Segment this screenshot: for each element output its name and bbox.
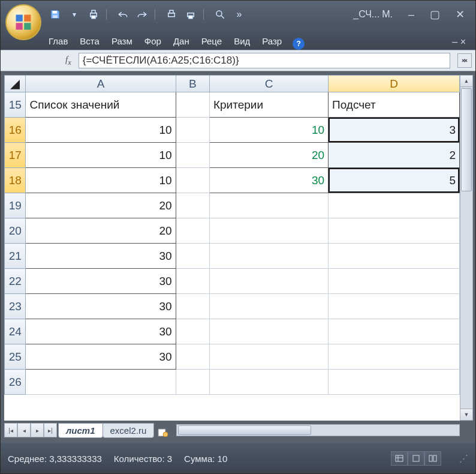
cell-a24[interactable]: 30 xyxy=(26,319,176,344)
row-header[interactable]: 20 xyxy=(5,218,26,244)
col-header-b[interactable]: B xyxy=(176,76,209,92)
row-header[interactable]: 22 xyxy=(5,269,26,294)
row-header[interactable]: 23 xyxy=(5,294,26,319)
cell-c23[interactable] xyxy=(209,294,328,319)
cell-d15[interactable]: Подсчет xyxy=(329,92,460,118)
page-break-view-icon[interactable] xyxy=(424,451,441,466)
grid[interactable]: ◢ A B C D 15Список значенийКритерииПодсч… xyxy=(4,75,460,395)
help-icon[interactable]: ? xyxy=(293,38,305,50)
cell-b21[interactable] xyxy=(176,244,209,269)
cell-a18[interactable]: 10 xyxy=(26,168,176,193)
qat-more-icon[interactable]: » xyxy=(233,8,246,21)
cell-a17[interactable]: 10 xyxy=(26,143,176,168)
cell-a23[interactable]: 30 xyxy=(26,294,176,319)
tab-data[interactable]: Дан xyxy=(168,32,194,50)
col-header-a[interactable]: A xyxy=(26,76,176,92)
tab-formulas[interactable]: Фор xyxy=(140,32,166,50)
tab-review[interactable]: Реце xyxy=(197,32,227,50)
row-header[interactable]: 16 xyxy=(5,118,26,143)
cell-d18[interactable]: 5 xyxy=(329,168,460,193)
cell-b19[interactable] xyxy=(176,193,209,218)
cell-a22[interactable]: 30 xyxy=(26,269,176,294)
maximize-button[interactable]: ▢ xyxy=(424,8,446,21)
cell-b18[interactable] xyxy=(176,168,209,193)
row-header[interactable]: 21 xyxy=(5,244,26,269)
cell-c21[interactable] xyxy=(209,244,328,269)
cell-c24[interactable] xyxy=(209,319,328,344)
row-header[interactable]: 25 xyxy=(5,344,26,370)
scroll-up-icon[interactable]: ▲ xyxy=(460,76,472,87)
cell-d21[interactable] xyxy=(329,244,460,269)
resize-grip-icon[interactable]: ⋰ xyxy=(459,453,468,464)
redo-icon[interactable] xyxy=(135,8,149,21)
cell-d22[interactable] xyxy=(329,269,460,294)
quick-print-icon[interactable] xyxy=(87,8,100,21)
cell-c25[interactable] xyxy=(209,344,328,370)
cell-b17[interactable] xyxy=(176,143,209,168)
cell-a21[interactable]: 30 xyxy=(26,244,176,269)
row-header[interactable]: 18 xyxy=(5,168,26,193)
office-button[interactable] xyxy=(5,4,41,40)
cell-d23[interactable] xyxy=(329,294,460,319)
sheet-tab-1[interactable]: лист1 xyxy=(58,423,103,438)
cell-b20[interactable] xyxy=(176,218,209,244)
cell-a25[interactable]: 30 xyxy=(26,344,176,370)
horizontal-scroll-thumb[interactable] xyxy=(178,425,311,435)
cell-d17[interactable]: 2 xyxy=(329,143,460,168)
first-sheet-icon[interactable]: |◂ xyxy=(4,423,17,437)
cell-b16[interactable] xyxy=(176,118,209,143)
formula-input[interactable]: {=СЧЁТЕСЛИ(A16:A25;C16:C18)} xyxy=(79,53,450,68)
tab-view[interactable]: Вид xyxy=(229,32,255,50)
cell-d25[interactable] xyxy=(329,344,460,370)
cell-b23[interactable] xyxy=(176,294,209,319)
row-header[interactable]: 17 xyxy=(5,143,26,168)
prev-sheet-icon[interactable]: ◂ xyxy=(17,423,31,437)
row-header[interactable]: 15 xyxy=(5,92,26,118)
select-all-corner[interactable]: ◢ xyxy=(5,76,26,92)
find-icon[interactable] xyxy=(213,8,227,21)
cell-a20[interactable]: 20 xyxy=(26,218,176,244)
row-header[interactable]: 19 xyxy=(5,193,26,218)
vertical-scrollbar[interactable]: ▲ ▼ xyxy=(460,75,473,421)
tab-layout[interactable]: Разм xyxy=(107,32,137,50)
save-dropdown-icon[interactable]: ▾ xyxy=(68,8,81,21)
scroll-down-icon[interactable]: ▼ xyxy=(460,409,472,420)
close-button[interactable]: ✕ xyxy=(450,8,471,21)
cell-b24[interactable] xyxy=(176,319,209,344)
cell-a26[interactable] xyxy=(26,370,176,395)
cell-b15[interactable] xyxy=(176,92,209,118)
col-header-c[interactable]: C xyxy=(209,76,328,92)
sheet-tab-2[interactable]: excel2.ru xyxy=(103,423,155,438)
tab-insert[interactable]: Вста xyxy=(75,32,104,50)
scroll-thumb[interactable] xyxy=(461,88,472,191)
cell-c26[interactable] xyxy=(209,370,328,395)
last-sheet-icon[interactable]: ▸| xyxy=(44,423,57,437)
row-header[interactable]: 24 xyxy=(5,319,26,344)
cell-a16[interactable]: 10 xyxy=(26,118,176,143)
cell-c18[interactable]: 30 xyxy=(209,168,328,193)
cell-d20[interactable] xyxy=(329,218,460,244)
cell-c20[interactable] xyxy=(209,218,328,244)
undo-icon[interactable] xyxy=(116,8,129,21)
col-header-d[interactable]: D xyxy=(329,76,460,92)
cell-d26[interactable] xyxy=(329,370,460,395)
cell-c22[interactable] xyxy=(209,269,328,294)
scroll-track[interactable] xyxy=(460,87,472,409)
cell-c15[interactable]: Критерии xyxy=(209,92,328,118)
next-sheet-icon[interactable]: ▸ xyxy=(31,423,44,437)
horizontal-scroll-track[interactable] xyxy=(176,424,460,436)
cell-c16[interactable]: 10 xyxy=(209,118,328,143)
expand-formula-icon[interactable] xyxy=(457,53,472,68)
cell-a19[interactable]: 20 xyxy=(26,193,176,218)
cell-b22[interactable] xyxy=(176,269,209,294)
normal-view-icon[interactable] xyxy=(391,451,408,466)
ribbon-minimize-icon[interactable]: – × xyxy=(448,34,469,50)
save-icon[interactable] xyxy=(49,8,62,21)
tab-developer[interactable]: Разр xyxy=(257,32,287,50)
cell-c17[interactable]: 20 xyxy=(209,143,328,168)
page-layout-view-icon[interactable] xyxy=(408,451,424,466)
cell-a15[interactable]: Список значений xyxy=(26,92,176,118)
cell-c19[interactable] xyxy=(209,193,328,218)
cell-d19[interactable] xyxy=(329,193,460,218)
minimize-button[interactable]: – xyxy=(402,8,420,21)
